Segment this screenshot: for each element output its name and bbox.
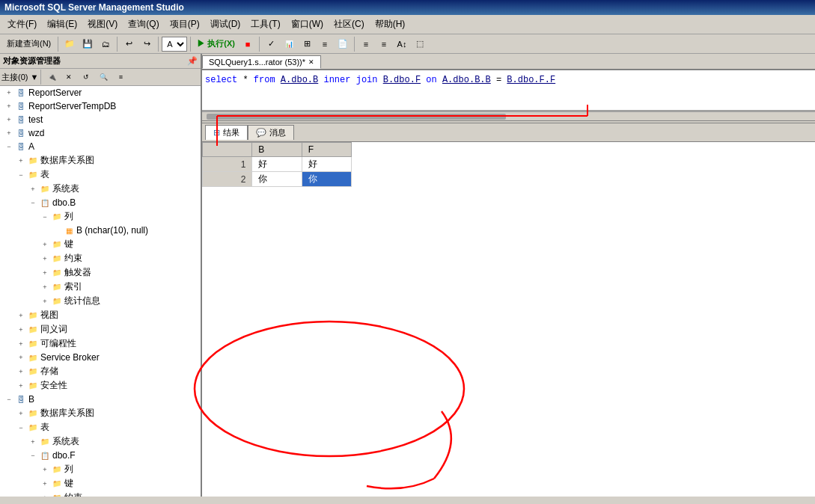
expand-icon[interactable]: −: [27, 197, 39, 209]
tree-item-systables[interactable]: + 📁 系统表: [0, 182, 201, 196]
tree-item-service-broker[interactable]: + 📁 Service Broker: [0, 351, 201, 364]
database-combo[interactable]: A: [162, 37, 187, 52]
tree-item-dboF[interactable]: − 📋 dbo.F: [0, 449, 201, 462]
tree-item-programmability[interactable]: + 📁 可编程性: [0, 336, 201, 351]
expand-icon[interactable]: +: [15, 380, 27, 392]
tree-item-reportservertempdb[interactable]: + 🗄 ReportServerTempDB: [0, 99, 201, 113]
menu-edit[interactable]: 编辑(E): [43, 16, 82, 32]
tree-item-dboB[interactable]: − 📋 dbo.B: [0, 196, 201, 209]
tree-item-wzd[interactable]: + 🗄 wzd: [0, 126, 201, 140]
query-tab[interactable]: SQLQuery1.s...rator (53))* ✕: [202, 55, 321, 69]
tree-item-constraints[interactable]: + 📁 约束: [0, 251, 201, 265]
expand-icon[interactable]: +: [3, 87, 15, 99]
menu-file[interactable]: 文件(F): [3, 16, 41, 32]
expand-icon[interactable]: +: [15, 366, 27, 378]
cell-B-1[interactable]: 好: [252, 157, 302, 172]
tree-item-test[interactable]: + 🗄 test: [0, 113, 201, 126]
tree-item-triggers[interactable]: + 📁 触发器: [0, 265, 201, 280]
expand-icon[interactable]: +: [27, 183, 39, 195]
menu-project[interactable]: 项目(P): [165, 16, 204, 32]
expand-icon[interactable]: +: [39, 281, 51, 293]
expand-icon[interactable]: −: [15, 422, 27, 434]
tree-item-systablesB[interactable]: + 📁 系统表: [0, 434, 201, 449]
tree-item-security[interactable]: + 📁 安全性: [0, 378, 201, 393]
expand-icon[interactable]: −: [39, 211, 51, 223]
execute-button[interactable]: ▶ 执行(X): [194, 37, 238, 52]
oe-summary-button[interactable]: ≡: [112, 70, 129, 84]
expand-icon[interactable]: +: [3, 127, 15, 139]
save-button[interactable]: 💾: [79, 37, 96, 52]
menu-community[interactable]: 社区(C): [329, 16, 369, 32]
tree-item-dbdiagramB[interactable]: + 📁 数据库关系图: [0, 406, 201, 420]
expand-icon[interactable]: +: [15, 351, 27, 363]
tree-item-colB[interactable]: ▦ B (nchar(10), null): [0, 224, 201, 237]
tree-item-synonyms[interactable]: + 📁 同义词: [0, 322, 201, 336]
h-scrollbar[interactable]: [202, 111, 815, 120]
h-scrollbar-thumb[interactable]: [207, 114, 506, 120]
close-tab-icon[interactable]: ✕: [308, 58, 314, 66]
toolbar-btn-extra1[interactable]: ≡: [358, 37, 374, 52]
expand-icon[interactable]: +: [27, 436, 39, 448]
open-file-button[interactable]: 📁: [61, 37, 78, 52]
tree-item-keysF[interactable]: + 📁 键: [0, 476, 201, 491]
redo-button[interactable]: ↪: [138, 37, 155, 52]
expand-icon[interactable]: +: [15, 338, 27, 350]
tree-item-dbdiagram[interactable]: + 📁 数据库关系图: [0, 153, 201, 168]
menu-tools[interactable]: 工具(T): [246, 16, 284, 32]
new-query-button[interactable]: 新建查询(N): [3, 37, 55, 52]
expand-icon[interactable]: +: [39, 492, 51, 497]
cell-F-1[interactable]: 好: [302, 157, 351, 172]
tree-item-B-db[interactable]: − 🗄 B: [0, 393, 201, 406]
cell-B-2[interactable]: 你: [252, 172, 302, 187]
expand-icon[interactable]: +: [15, 310, 27, 322]
toolbar-btn-extra2[interactable]: ≡: [376, 37, 392, 52]
results-tab-results[interactable]: ⊞ 结果: [205, 125, 248, 140]
expand-icon[interactable]: +: [39, 239, 51, 251]
save-all-button[interactable]: 🗂: [97, 37, 114, 52]
expand-icon[interactable]: +: [39, 253, 51, 265]
toolbar-btn-extra3[interactable]: A↕: [394, 37, 410, 52]
cell-F-2[interactable]: 你: [302, 172, 351, 187]
tree-item-A[interactable]: − 🗄 A: [0, 140, 201, 153]
expand-icon[interactable]: +: [15, 324, 27, 336]
results-file-button[interactable]: 📄: [335, 37, 351, 52]
expand-icon[interactable]: −: [3, 393, 15, 405]
oe-disconnect-button[interactable]: ✕: [61, 70, 77, 84]
tree-item-constraintsF[interactable]: + 📁 约束: [0, 491, 201, 497]
oe-pin-icon[interactable]: 📌: [187, 56, 198, 66]
menu-help[interactable]: 帮助(H): [370, 16, 410, 32]
toolbar-btn-extra4[interactable]: ⬚: [412, 37, 428, 52]
oe-filter-label[interactable]: 主接(0) ▼: [1, 72, 38, 83]
tree-item-colsF[interactable]: + 📁 列: [0, 462, 201, 476]
tree-item-storage[interactable]: + 📁 存储: [0, 364, 201, 378]
expand-icon[interactable]: +: [3, 114, 15, 126]
menu-window[interactable]: 窗口(W): [287, 16, 328, 32]
expand-icon[interactable]: +: [39, 478, 51, 490]
tree-item-indexes[interactable]: + 📁 索引: [0, 280, 201, 294]
expand-icon[interactable]: −: [3, 141, 15, 153]
expand-icon[interactable]: +: [39, 295, 51, 307]
tree-item-stats[interactable]: + 📁 统计信息: [0, 294, 201, 308]
results-text-button[interactable]: ≡: [317, 37, 333, 52]
expand-icon[interactable]: +: [15, 408, 27, 420]
expand-icon[interactable]: +: [39, 464, 51, 476]
menu-debug[interactable]: 调试(D): [206, 16, 245, 32]
expand-icon[interactable]: +: [15, 155, 27, 167]
expand-icon[interactable]: −: [27, 449, 39, 461]
tree-item-views[interactable]: + 📁 视图: [0, 308, 201, 322]
results-tab-messages[interactable]: 💬 消息: [248, 125, 294, 140]
menu-query[interactable]: 查询(Q): [123, 16, 163, 32]
display-plan-button[interactable]: 📊: [281, 37, 297, 52]
tree-item-tablesB[interactable]: − 📁 表: [0, 420, 201, 434]
undo-button[interactable]: ↩: [120, 37, 137, 52]
query-editor[interactable]: select * from A.dbo.B inner join B.dbo.F…: [202, 70, 815, 111]
expand-icon[interactable]: +: [3, 100, 15, 112]
stop-button[interactable]: ■: [239, 37, 256, 52]
tree-item-cols[interactable]: − 📁 列: [0, 209, 201, 224]
menu-view[interactable]: 视图(V): [83, 16, 122, 32]
tree-item-tables[interactable]: − 📁 表: [0, 168, 201, 182]
tree-item-keys[interactable]: + 📁 键: [0, 237, 201, 251]
tree-item-reportserver[interactable]: + 🗄 ReportServer: [0, 86, 201, 99]
expand-icon[interactable]: +: [39, 267, 51, 279]
expand-icon[interactable]: −: [15, 169, 27, 181]
